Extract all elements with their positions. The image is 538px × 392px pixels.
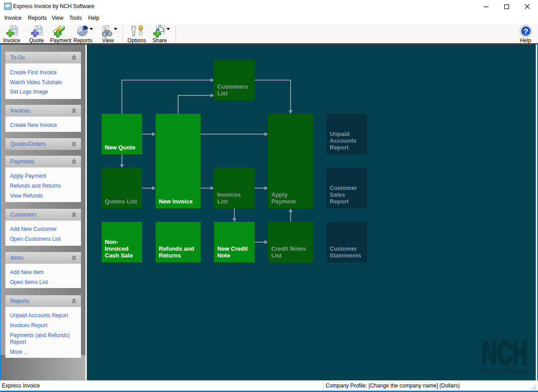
svg-text:NCH Software: NCH Software [481,366,528,376]
svg-text:®: ® [530,341,534,346]
svg-text:?: ? [524,27,528,36]
svg-text:NCH: NCH [482,335,528,371]
